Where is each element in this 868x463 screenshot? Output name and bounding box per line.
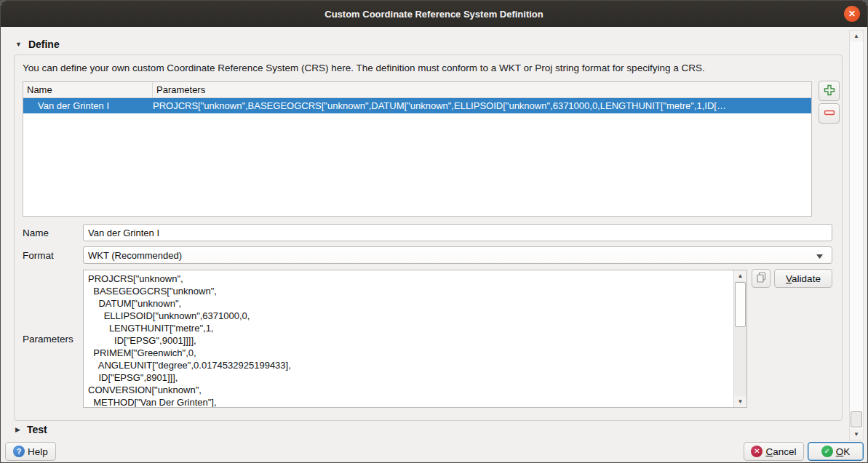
chevron-down-icon: [816, 250, 823, 261]
format-field-label: Format: [23, 250, 54, 261]
close-button[interactable]: ✕: [844, 6, 860, 22]
titlebar: Custom Coordinate Reference System Defin…: [1, 1, 867, 27]
cancel-button[interactable]: ✕ Cancel: [744, 442, 804, 461]
validate-button-label: Validate: [786, 273, 821, 284]
parameters-editor: PROJCRS["unknown", BASEGEOGCRS["unknown"…: [83, 270, 747, 408]
table-row[interactable]: Van der Grinten I PROJCRS["unknown",BASE…: [23, 98, 811, 113]
format-select[interactable]: WKT (Recommended): [83, 246, 832, 264]
crs-description-text: You can define your own custom Coordinat…: [23, 63, 823, 73]
cancel-icon: ✕: [751, 446, 763, 457]
window-title: Custom Coordinate Reference System Defin…: [324, 9, 544, 20]
cancel-button-label: Cancel: [765, 446, 796, 457]
name-field-label: Name: [23, 228, 49, 238]
dialog-scrollbar-thumb[interactable]: [851, 411, 862, 427]
validate-button[interactable]: Validate: [774, 269, 832, 288]
crs-table-header: Name Parameters: [23, 82, 811, 98]
chevron-down-icon: ▼: [15, 41, 22, 48]
name-input[interactable]: [83, 224, 832, 241]
crs-row-name: Van der Grinten I: [23, 100, 153, 111]
help-button[interactable]: ? Help: [5, 442, 56, 461]
scroll-down-icon[interactable]: ▼: [734, 396, 746, 407]
test-section-toggle[interactable]: ▶ Test: [15, 424, 47, 435]
parameters-scrollbar-thumb[interactable]: [735, 282, 746, 327]
minus-icon: [824, 107, 835, 121]
define-section-toggle[interactable]: ▼ Define: [15, 39, 60, 50]
scroll-up-icon[interactable]: ▲: [734, 270, 746, 281]
crs-row-parameters: PROJCRS["unknown",BASEGEOGCRS["unknown",…: [153, 100, 811, 111]
help-icon: ?: [13, 446, 25, 457]
crs-table[interactable]: Name Parameters Van der Grinten I PROJCR…: [23, 81, 812, 217]
chevron-right-icon: ▶: [15, 426, 20, 433]
ok-button-label: OK: [836, 446, 851, 457]
format-selected-value: WKT (Recommended): [88, 250, 182, 261]
custom-crs-dialog: Custom Coordinate Reference System Defin…: [0, 0, 868, 463]
scroll-up-icon[interactable]: ▲: [850, 31, 863, 41]
column-header-name: Name: [23, 82, 153, 97]
column-header-parameters: Parameters: [153, 82, 811, 97]
copy-icon: [756, 272, 767, 285]
scroll-down-icon[interactable]: ▼: [850, 429, 863, 440]
copy-parameters-button[interactable]: [752, 269, 771, 288]
test-section-label: Test: [27, 424, 47, 435]
parameters-input[interactable]: PROJCRS["unknown", BASEGEOGCRS["unknown"…: [84, 270, 734, 407]
ok-icon: ✓: [821, 446, 833, 457]
parameters-scrollbar[interactable]: ▲ ▼: [733, 270, 746, 407]
define-section-label: Define: [28, 39, 60, 50]
remove-crs-button[interactable]: [819, 103, 840, 124]
ok-button[interactable]: ✓ OK: [808, 442, 864, 461]
parameters-field-label: Parameters: [23, 334, 73, 345]
dialog-scrollbar[interactable]: ▲ ▼: [849, 30, 864, 440]
plus-icon: [824, 84, 835, 98]
help-button-label: Help: [28, 446, 48, 457]
add-crs-button[interactable]: [819, 81, 840, 101]
close-icon: ✕: [848, 9, 856, 19]
